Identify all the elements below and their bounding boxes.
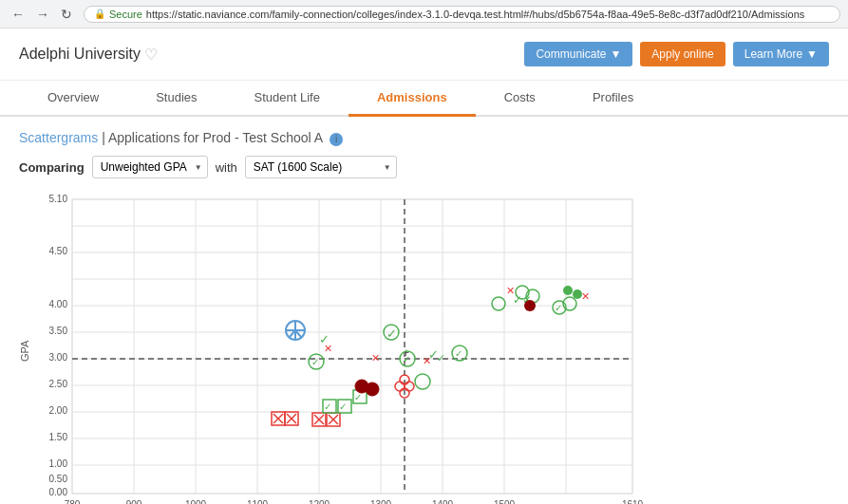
back-button[interactable]: ← xyxy=(8,5,28,24)
svg-text:✓: ✓ xyxy=(437,352,445,364)
svg-text:0.50: 0.50 xyxy=(49,474,68,484)
svg-text:1200: 1200 xyxy=(309,499,330,504)
tab-admissions[interactable]: Admissions xyxy=(349,81,476,117)
svg-text:1.00: 1.00 xyxy=(49,458,68,469)
url-text: https://static.naviance.com/family-conne… xyxy=(146,9,804,20)
header-buttons: Communicate ▼ Apply online Learn More ▼ xyxy=(524,42,829,66)
svg-text:✕: ✕ xyxy=(423,355,431,366)
y-axis-label: GPA xyxy=(19,199,30,503)
sat-select-wrapper[interactable]: SAT (1600 Scale) ACT xyxy=(245,156,397,178)
sat-select[interactable]: SAT (1600 Scale) ACT xyxy=(245,156,397,178)
svg-text:2.00: 2.00 xyxy=(49,405,68,416)
svg-text:4.50: 4.50 xyxy=(49,246,68,256)
apply-label: Apply online xyxy=(651,47,713,61)
svg-rect-0 xyxy=(72,199,632,494)
svg-text:✕: ✕ xyxy=(506,285,515,296)
gpa-select-wrapper[interactable]: Unweighted GPA Weighted GPA xyxy=(92,156,208,178)
address-bar[interactable]: 🔒 Secure https://static.naviance.com/fam… xyxy=(84,6,840,23)
svg-text:1610: 1610 xyxy=(622,499,644,504)
svg-text:✓: ✓ xyxy=(455,348,462,359)
learn-label: Learn More xyxy=(744,47,802,61)
svg-text:✓: ✓ xyxy=(311,357,319,367)
nav-tabs: Overview Studies Student Life Admissions… xyxy=(0,81,848,117)
svg-point-81 xyxy=(366,383,379,396)
browser-bar: ← → ↻ 🔒 Secure https://static.naviance.c… xyxy=(0,0,848,28)
university-name: Adelphi University xyxy=(19,46,141,63)
svg-text:✕: ✕ xyxy=(324,343,332,354)
svg-text:1400: 1400 xyxy=(432,499,454,504)
chart-area: GPA xyxy=(19,190,829,504)
svg-text:✓: ✓ xyxy=(339,401,347,412)
svg-text:1500: 1500 xyxy=(494,499,516,504)
section-title: Scattergrams | Applications for Prod - T… xyxy=(19,130,829,146)
svg-point-95 xyxy=(524,300,536,311)
svg-point-100 xyxy=(563,286,573,295)
communicate-label: Communicate xyxy=(536,47,606,61)
reload-button[interactable]: ↻ xyxy=(57,5,76,24)
gpa-select[interactable]: Unweighted GPA Weighted GPA xyxy=(92,156,208,178)
svg-text:✕: ✕ xyxy=(581,290,590,302)
university-title: Adelphi University ♡ xyxy=(19,46,158,64)
forward-button[interactable]: → xyxy=(32,5,53,24)
svg-text:780: 780 xyxy=(65,499,81,504)
main-content: Scattergrams | Applications for Prod - T… xyxy=(0,117,848,504)
chart-with-axes: 5.10 4.50 4.00 3.50 3.00 2.50 2.00 1.50 … xyxy=(34,190,661,504)
apply-button[interactable]: Apply online xyxy=(640,42,725,66)
svg-text:✓: ✓ xyxy=(403,354,410,364)
comparing-label: Comparing xyxy=(19,160,85,175)
svg-text:1000: 1000 xyxy=(185,499,207,504)
communicate-button[interactable]: Communicate ▼ xyxy=(524,42,632,66)
svg-text:1300: 1300 xyxy=(370,499,392,504)
tab-profiles[interactable]: Profiles xyxy=(564,81,662,117)
svg-text:3.00: 3.00 xyxy=(49,352,68,363)
svg-text:4.00: 4.00 xyxy=(49,299,68,309)
svg-text:900: 900 xyxy=(126,499,142,504)
tab-studies[interactable]: Studies xyxy=(127,81,225,117)
app-header: Adelphi University ♡ Communicate ▼ Apply… xyxy=(0,28,848,81)
svg-text:5.10: 5.10 xyxy=(49,194,68,204)
secure-label: Secure xyxy=(109,9,142,20)
lock-icon: 🔒 xyxy=(94,9,105,19)
section-title-rest: | Applications for Prod - Test School A xyxy=(102,130,322,145)
comparing-row: Comparing Unweighted GPA Weighted GPA wi… xyxy=(19,156,829,178)
heart-icon[interactable]: ♡ xyxy=(144,46,158,64)
svg-text:2.50: 2.50 xyxy=(49,379,68,389)
svg-text:✓: ✓ xyxy=(324,401,331,412)
svg-text:0.00: 0.00 xyxy=(49,487,68,497)
svg-text:✕: ✕ xyxy=(371,352,380,364)
svg-text:1.50: 1.50 xyxy=(49,432,68,442)
svg-text:1100: 1100 xyxy=(247,499,269,504)
svg-text:3.50: 3.50 xyxy=(49,326,68,336)
browser-nav[interactable]: ← → ↻ xyxy=(8,5,76,24)
tab-student-life[interactable]: Student Life xyxy=(226,81,349,117)
scattergram-svg: 5.10 4.50 4.00 3.50 3.00 2.50 2.00 1.50 … xyxy=(34,190,661,504)
communicate-chevron: ▼ xyxy=(610,47,621,61)
with-label: with xyxy=(216,160,237,175)
learn-button[interactable]: Learn More ▼ xyxy=(733,42,829,66)
tab-costs[interactable]: Costs xyxy=(476,81,564,117)
svg-text:✓: ✓ xyxy=(555,303,562,313)
svg-text:✓: ✓ xyxy=(354,392,362,402)
learn-chevron: ▼ xyxy=(806,47,818,61)
tab-overview[interactable]: Overview xyxy=(19,81,127,117)
info-icon[interactable]: i xyxy=(330,133,343,146)
scattergrams-link[interactable]: Scattergrams xyxy=(19,130,98,145)
